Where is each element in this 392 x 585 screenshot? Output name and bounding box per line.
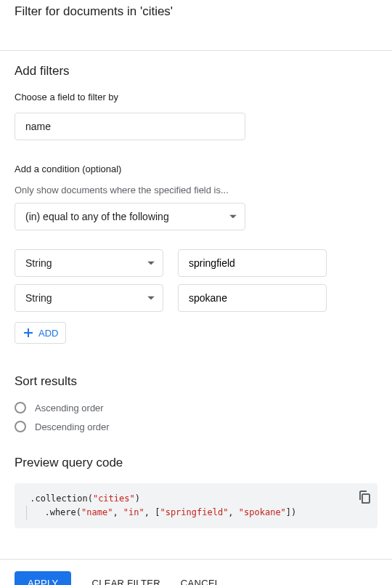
radio-descending[interactable]: Descending order: [15, 421, 377, 432]
condition-select[interactable]: (in) equal to any of the following: [15, 203, 245, 230]
dialog-title: Filter for documents in 'cities': [0, 0, 392, 30]
type-select[interactable]: String: [15, 284, 163, 312]
plus-icon: [23, 327, 34, 339]
radio-ascending[interactable]: Ascending order: [15, 402, 377, 413]
type-value: String: [25, 257, 52, 269]
condition-row: String: [15, 249, 377, 277]
value-input[interactable]: [178, 249, 327, 277]
condition-label: Add a condition (optional): [15, 164, 377, 174]
field-label: Choose a field to filter by: [15, 92, 377, 102]
apply-button[interactable]: APPLY: [15, 571, 71, 585]
radio-descending-label: Descending order: [35, 421, 110, 432]
copy-icon[interactable]: [359, 491, 370, 508]
condition-help-text: Only show documents where the specified …: [15, 185, 377, 195]
radio-icon: [15, 402, 26, 413]
add-condition-button[interactable]: ADD: [15, 322, 66, 344]
condition-selected-value: (in) equal to any of the following: [25, 211, 169, 222]
sort-heading: Sort results: [15, 374, 377, 389]
clear-filter-button[interactable]: CLEAR FILTER: [91, 578, 160, 585]
cancel-button[interactable]: CANCEL: [181, 578, 221, 585]
add-button-label: ADD: [38, 328, 58, 339]
code-preview: .collection("cities") .where("name", "in…: [15, 483, 377, 528]
add-filters-heading: Add filters: [15, 64, 377, 78]
type-select[interactable]: String: [15, 249, 163, 277]
value-input[interactable]: [178, 284, 327, 312]
radio-icon: [15, 421, 26, 432]
preview-heading: Preview query code: [15, 456, 377, 470]
type-value: String: [25, 292, 52, 304]
radio-ascending-label: Ascending order: [35, 403, 104, 413]
condition-row: String: [15, 284, 377, 312]
dialog-footer: APPLY CLEAR FILTER CANCEL: [0, 559, 392, 585]
field-input[interactable]: [15, 113, 245, 140]
